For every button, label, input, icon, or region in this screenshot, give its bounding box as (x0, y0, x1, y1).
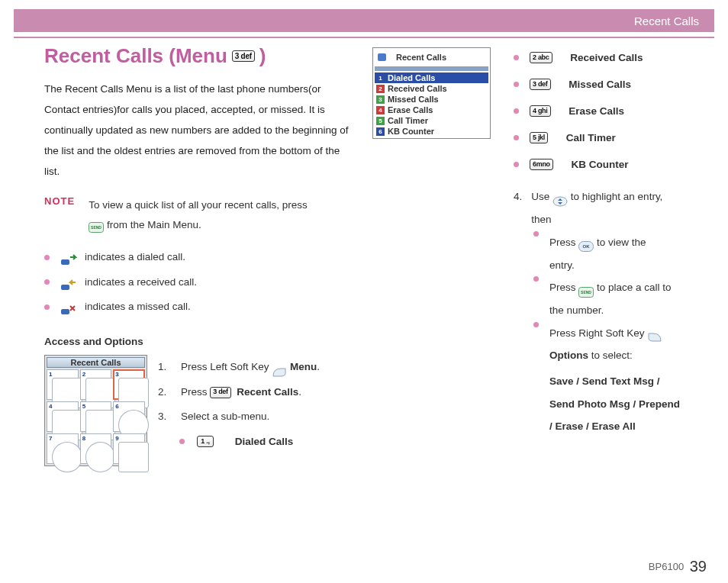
svg-rect-4 (61, 309, 69, 314)
bullet-icon (44, 304, 50, 310)
indicator-list: indicates a dialed call. indicates a rec… (44, 245, 350, 319)
submenu-key-list: 2 abc Received Calls 3 def Missed Calls … (514, 44, 684, 178)
key-4ghi-icon: 4 ghi (530, 105, 551, 117)
bullet-icon (44, 255, 50, 260)
right-softkey-icon (647, 328, 662, 339)
title-suffix: ) (259, 44, 266, 68)
nav-updown-icon (552, 192, 568, 203)
options-list: Save / Send Text Msg / Send Photo Msg / … (549, 370, 684, 438)
key-6mno-icon: 6mno (530, 159, 553, 170)
send-key-icon: SEND (89, 220, 104, 230)
step3-sub-bold: Dialed Calls (235, 430, 294, 454)
ok-key-icon: OK (578, 237, 594, 248)
left-softkey-icon (272, 362, 287, 373)
intro-text: The Recent Calls Menu is a list of the l… (44, 79, 350, 182)
step2-pre: Press (181, 386, 210, 398)
svg-rect-5 (378, 53, 386, 61)
title-prefix: Recent Calls (Menu (44, 44, 227, 68)
note-label: NOTE (44, 195, 75, 207)
indicator-text: indicates a received call. (85, 270, 197, 295)
page-title: Recent Calls (Menu 3 def ) (44, 44, 350, 68)
note-line2: from the Main Menu. (107, 219, 201, 230)
key-2abc-icon: 2 abc (530, 52, 552, 63)
key-3def-icon: 3 def (210, 387, 231, 398)
list-item: indicates a missed call. (44, 295, 350, 319)
access-heading: Access and Options (44, 336, 350, 347)
list-item: indicates a received call. (44, 270, 350, 295)
list-item: indicates a dialed call. (44, 245, 350, 269)
bullet-icon (514, 135, 519, 140)
step-4: 4. Use to highlight an entry, then (514, 185, 684, 438)
svg-text:OK: OK (583, 244, 591, 249)
send-key-icon: SEND (578, 283, 594, 294)
bullet-icon (514, 162, 519, 167)
bullet-icon (533, 231, 539, 237)
key-3def-icon: 3 def (232, 50, 255, 62)
list-title: Recent Calls (375, 50, 488, 65)
header-section-label: Recent Calls (634, 14, 699, 27)
svg-point-6 (553, 197, 567, 206)
page-number: 39 (690, 558, 707, 575)
bullet-icon (514, 82, 519, 87)
list-item: Press Right Soft Key Options to select: … (533, 322, 684, 438)
bullet-icon (533, 322, 539, 327)
svg-text:SEND: SEND (581, 290, 591, 295)
step-1: 1. Press Left Soft Key Menu. (158, 355, 320, 379)
bullet-icon (514, 55, 519, 60)
step1-bold: Menu (290, 361, 317, 372)
key-1-icon: 1 ., (197, 436, 214, 447)
bullet-icon (179, 439, 185, 444)
missed-call-icon (60, 301, 77, 313)
dialed-call-icon (60, 251, 77, 263)
key-5jkl-icon: 5 jkl (530, 132, 548, 143)
list-item: 2 abc Received Calls (514, 44, 684, 71)
note-line1: To view a quick list of all your recent … (89, 199, 308, 211)
step3-text: Select a sub-menu. (181, 404, 269, 429)
svg-rect-3 (61, 285, 69, 290)
header-bar: Recent Calls (14, 9, 714, 32)
list-item: 4 ghi Erase Calls (514, 98, 684, 124)
phone-icon (376, 51, 393, 63)
key-3def-icon: 3 def (530, 79, 551, 90)
svg-text:SEND: SEND (91, 225, 101, 230)
list-screenshot: Recent Calls 1Dialed Calls 2Received Cal… (372, 47, 491, 139)
indicator-text: indicates a dialed call. (85, 245, 185, 269)
bullet-icon (514, 108, 519, 114)
menu-grid-title: Recent Calls (47, 357, 145, 368)
model-label: BP6100 (649, 561, 684, 572)
list-item: 3 def Missed Calls (514, 71, 684, 98)
bullet-icon (44, 279, 50, 285)
bullet-icon (533, 276, 539, 282)
page-footer: BP6100 39 (649, 558, 707, 575)
list-item: 6mno KB Counter (514, 151, 684, 178)
list-item: Press SEND to place a call to the number… (533, 276, 684, 321)
received-call-icon (60, 276, 77, 288)
step-2: 2. Press 3 def Recent Calls. (158, 380, 320, 404)
step2-bold: Recent Calls (237, 386, 298, 398)
step4-num: 4. (514, 185, 522, 230)
step1-pre: Press Left Soft Key (181, 361, 272, 372)
step-3: 3. Select a sub-menu. (158, 404, 320, 429)
list-item: Press OK to view the entry. (533, 231, 684, 276)
step-3-sub: 1 ., Dialed Calls (179, 430, 320, 454)
note-block: NOTE To view a quick list of all your re… (44, 195, 350, 234)
list-item: 5 jkl Call Timer (514, 124, 684, 151)
menu-grid-screenshot: Recent Calls (44, 355, 147, 466)
svg-rect-2 (61, 259, 69, 265)
indicator-text: indicates a missed call. (85, 295, 191, 319)
steps-list: 1. Press Left Soft Key Menu. 2. Press (158, 355, 320, 454)
divider (14, 37, 714, 38)
